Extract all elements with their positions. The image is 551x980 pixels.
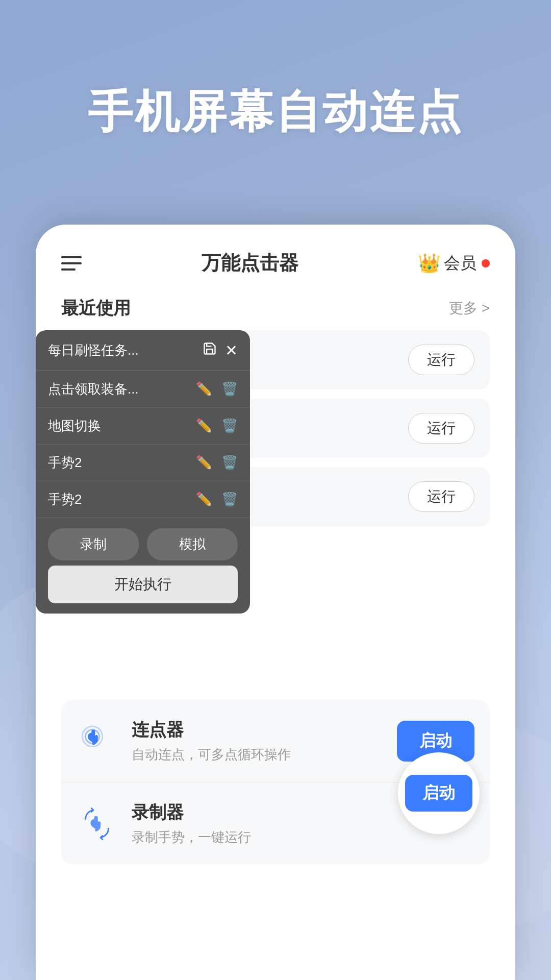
popup-item-4-actions: ✏️ 🗑️ — [196, 492, 238, 507]
delete-icon-3[interactable]: 🗑️ — [221, 455, 238, 471]
simulate-button[interactable]: 模拟 — [147, 528, 238, 560]
run-button-3[interactable]: 运行 — [408, 481, 474, 512]
popup-top-title: 每日刷怪任务... — [48, 341, 203, 359]
popup-top-bar: 每日刷怪任务... ✕ — [36, 330, 250, 371]
delete-icon-1[interactable]: 🗑️ — [221, 381, 238, 397]
clicker-name: 连点器 — [132, 718, 397, 742]
popup-item-2: 地图切换 ✏️ 🗑️ — [36, 408, 250, 445]
edit-icon-1[interactable]: ✏️ — [196, 381, 212, 397]
popup-action-buttons: 录制 模拟 — [36, 518, 250, 566]
script-list: 金币任务脚本1 运行 日常副本挂机 运行 自动循环操作2 运行 每日刷怪任务..… — [36, 330, 515, 526]
delete-icon-4[interactable]: 🗑️ — [221, 492, 238, 507]
recorder-name: 录制器 — [132, 801, 393, 824]
feature-section: 连点器 自动连点，可多点循环操作 启动 录制器 录制手势，一键 — [61, 700, 490, 865]
app-header: 万能点击器 👑 会员 — [36, 225, 515, 291]
recorder-btn-area: 启动 — [393, 803, 474, 844]
popup-item-name-4: 手势2 — [48, 491, 196, 508]
feature-item-recorder: 录制器 录制手势，一键运行 启动 — [61, 782, 490, 865]
popup-item-3-actions: ✏️ 🗑️ — [196, 455, 238, 471]
more-link[interactable]: 更多 > — [449, 299, 490, 318]
clicker-text: 连点器 自动连点，可多点循环操作 — [132, 718, 397, 764]
popup-item-name-2: 地图切换 — [48, 417, 196, 435]
run-button-2[interactable]: 运行 — [408, 413, 474, 444]
tap-icon — [79, 723, 115, 760]
run-button-1[interactable]: 运行 — [408, 345, 474, 375]
close-icon[interactable]: ✕ — [225, 341, 238, 359]
record-button[interactable]: 录制 — [48, 528, 139, 560]
app-title: 万能点击器 — [202, 250, 298, 276]
hero-title: 手机屏幕自动连点 — [0, 82, 551, 142]
edit-icon-3[interactable]: ✏️ — [196, 455, 212, 471]
recorder-icon-wrap — [77, 803, 117, 844]
popup-item-name-3: 手势2 — [48, 454, 196, 472]
crown-icon: 👑 — [418, 253, 441, 274]
record-icon — [79, 805, 115, 842]
edit-icon-4[interactable]: ✏️ — [196, 492, 212, 507]
execute-button[interactable]: 开始执行 — [48, 566, 238, 603]
vip-label: 会员 — [444, 252, 477, 275]
popup-item-1-actions: ✏️ 🗑️ — [196, 381, 238, 397]
popup-item-3: 手势2 ✏️ 🗑️ — [36, 445, 250, 481]
clicker-desc: 自动连点，可多点循环操作 — [132, 746, 397, 764]
recent-section-title: 最近使用 — [61, 297, 131, 320]
edit-icon-2[interactable]: ✏️ — [196, 418, 212, 434]
phone-card: 万能点击器 👑 会员 最近使用 更多 > 金币任务脚本1 运行 日常副本挂机 运… — [36, 225, 515, 980]
popup-item-name-1: 点击领取装备... — [48, 380, 196, 398]
recorder-start-button[interactable]: 启动 — [405, 775, 472, 812]
menu-icon[interactable] — [61, 256, 82, 271]
recorder-text: 录制器 录制手势，一键运行 — [132, 801, 393, 846]
floating-circle: 启动 — [398, 752, 480, 834]
vip-dot — [482, 259, 490, 267]
popup-menu: 每日刷怪任务... ✕ 点击领取装备... ✏️ 🗑️ — [36, 330, 250, 614]
popup-item-4: 手势2 ✏️ 🗑️ — [36, 481, 250, 518]
delete-icon-2[interactable]: 🗑️ — [221, 418, 238, 434]
popup-item-2-actions: ✏️ 🗑️ — [196, 418, 238, 434]
recorder-desc: 录制手势，一键运行 — [132, 828, 393, 846]
save-icon[interactable] — [203, 341, 217, 359]
vip-badge[interactable]: 👑 会员 — [418, 252, 490, 275]
clicker-icon-wrap — [77, 721, 117, 762]
section-header: 最近使用 更多 > — [36, 291, 515, 330]
popup-item-1: 点击领取装备... ✏️ 🗑️ — [36, 371, 250, 408]
